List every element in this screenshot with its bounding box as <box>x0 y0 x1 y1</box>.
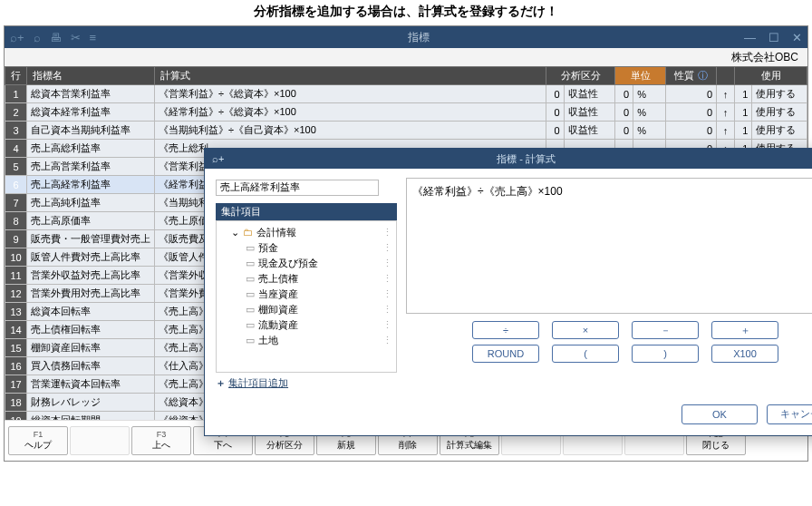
cell-name: 販売費・一般管理費対売上 <box>27 230 155 248</box>
document-icon: ▭ <box>246 258 255 269</box>
col-qual: 性質 ⓘ <box>666 67 717 85</box>
minimize-button[interactable]: — <box>744 31 756 44</box>
ok-button[interactable]: OK <box>682 404 758 424</box>
cell-qn: 0 <box>666 122 717 140</box>
op-－-button[interactable]: － <box>632 321 699 339</box>
cell-q: ↑ <box>717 122 735 140</box>
row-number: 8 <box>5 212 27 230</box>
cell-formula: 《当期純利益》÷《自己資本》×100 <box>155 122 546 140</box>
tree-item-label: 預金 <box>258 241 278 255</box>
tree-folder[interactable]: ⌄ 🗀 会計情報 ⋮ <box>218 225 394 240</box>
tree-item[interactable]: ▭土地⋮ <box>218 333 394 348</box>
menu-icon[interactable]: ⋮ <box>382 227 392 238</box>
indicator-name-input[interactable] <box>216 180 379 196</box>
op-×-button[interactable]: × <box>552 321 619 339</box>
tree-item-label: 棚卸資産 <box>258 303 298 316</box>
row-number: 2 <box>5 103 27 122</box>
cell-usen: 1 <box>735 103 752 122</box>
fkey-label: 削除 <box>399 439 417 452</box>
col-cat: 分析区分 <box>546 67 615 85</box>
tree-item[interactable]: ▭売上債権⋮ <box>218 271 394 287</box>
op-(-button[interactable]: ( <box>552 345 619 363</box>
col-formula: 計算式 <box>155 67 546 85</box>
row-number: 17 <box>5 375 27 394</box>
tree-item[interactable]: ▭棚卸資産⋮ <box>218 302 394 317</box>
cell-name: 売上高経常利益率 <box>27 176 155 194</box>
add-item-link[interactable]: ＋ 集計項目追加 <box>216 376 397 390</box>
cell-formula: 《経常利益》÷《総資本》×100 <box>155 103 546 122</box>
op-x100-button[interactable]: X100 <box>711 345 778 363</box>
search-icon[interactable]: ⌕ <box>34 31 41 44</box>
menu-icon[interactable]: ⋮ <box>382 335 392 346</box>
fkey-f1[interactable]: F1ヘルプ <box>8 426 68 455</box>
document-icon: ▭ <box>246 304 255 316</box>
row-number: 13 <box>5 303 27 321</box>
tree-item-label: 流動資産 <box>258 318 298 332</box>
reorder-icon[interactable]: ≡ <box>90 31 97 44</box>
menu-icon[interactable]: ⋮ <box>382 273 392 285</box>
cell-use: 使用する <box>752 122 807 140</box>
cell-name: 自己資本当期純利益率 <box>27 122 155 140</box>
tree-item[interactable]: ▭流動資産⋮ <box>218 317 394 333</box>
cell-unitn: 0 <box>615 122 633 140</box>
op-)-button[interactable]: ) <box>632 345 699 363</box>
row-number: 11 <box>5 267 27 285</box>
cell-name: 売上高純利益率 <box>27 194 155 212</box>
folder-label: 会計情報 <box>256 226 296 239</box>
tree-item-label: 当座資産 <box>258 287 298 301</box>
item-tree[interactable]: ⌄ 🗀 会計情報 ⋮ ▭預金⋮▭現金及び預金⋮▭売上債権⋮▭当座資産⋮▭棚卸資産… <box>216 220 397 373</box>
document-icon: ▭ <box>246 288 255 300</box>
print-icon[interactable]: 🖶 <box>50 31 62 44</box>
menu-icon[interactable]: ⋮ <box>382 288 392 300</box>
tree-item[interactable]: ▭現金及び預金⋮ <box>218 256 394 271</box>
fkey-f3[interactable]: F3上へ <box>131 426 191 455</box>
cell-name: 総資本営業利益率 <box>27 85 155 103</box>
menu-icon[interactable]: ⋮ <box>382 319 392 331</box>
fkey-key: F3 <box>157 430 167 439</box>
formula-textarea[interactable]: 《経常利益》÷《売上高》×100 <box>406 178 812 314</box>
col-unit: 単位 <box>615 67 666 85</box>
cell-catn: 0 <box>546 122 565 140</box>
cell-catn: 0 <box>546 85 565 103</box>
tree-item[interactable]: ▭当座資産⋮ <box>218 287 394 302</box>
op-＋-button[interactable]: ＋ <box>711 321 778 339</box>
op-÷-button[interactable]: ÷ <box>472 321 539 339</box>
row-number: 18 <box>5 394 27 412</box>
table-row[interactable]: 2総資本経常利益率《経常利益》÷《総資本》×1000収益性0%0↑1使用する <box>5 103 807 122</box>
col-row: 行 <box>5 67 27 85</box>
search-plus-icon[interactable]: ⌕+ <box>10 31 24 44</box>
op-round-button[interactable]: ROUND <box>472 345 539 363</box>
page-caption: 分析指標を追加する場合は、計算式を登録するだけ！ <box>0 0 812 25</box>
table-row[interactable]: 1総資本営業利益率《営業利益》÷《総資本》×1000収益性0%0↑1使用する <box>5 85 807 103</box>
tree-item[interactable]: ▭預金⋮ <box>218 240 394 256</box>
cancel-button[interactable]: キャンセル <box>767 404 812 424</box>
fkey-blank <box>70 426 130 455</box>
company-label: 株式会社OBC <box>731 50 798 65</box>
filter-icon[interactable]: ✂ <box>71 31 81 44</box>
cell-qn: 0 <box>666 103 717 122</box>
cell-cat: 収益性 <box>564 103 614 122</box>
close-button[interactable]: ✕ <box>792 31 802 44</box>
row-number: 6 <box>5 176 27 194</box>
cell-cat: 収益性 <box>564 85 614 103</box>
table-row[interactable]: 3自己資本当期純利益率《当期純利益》÷《自己資本》×1000収益性0%0↑1使用… <box>5 122 807 140</box>
menu-icon[interactable]: ⋮ <box>382 258 392 269</box>
fkey-key: F1 <box>34 430 44 439</box>
row-number: 15 <box>5 339 27 357</box>
cell-q: ↑ <box>717 85 735 103</box>
info-icon[interactable]: ⓘ <box>698 70 708 81</box>
cell-q: ↑ <box>717 103 735 122</box>
row-number: 4 <box>5 140 27 158</box>
folder-icon: 🗀 <box>243 227 253 238</box>
cell-usen: 1 <box>735 122 752 140</box>
menu-icon[interactable]: ⋮ <box>382 304 392 316</box>
menu-icon[interactable]: ⋮ <box>382 242 392 254</box>
row-number: 5 <box>5 158 27 176</box>
chevron-down-icon: ⌄ <box>231 227 239 238</box>
maximize-button[interactable]: ☐ <box>768 31 779 44</box>
cell-use: 使用する <box>752 103 807 122</box>
fkey-label: 新規 <box>337 439 355 452</box>
row-number: 10 <box>5 248 27 267</box>
col-name: 指標名 <box>27 67 155 85</box>
dialog-search-icon[interactable]: ⌕+ <box>212 153 224 164</box>
